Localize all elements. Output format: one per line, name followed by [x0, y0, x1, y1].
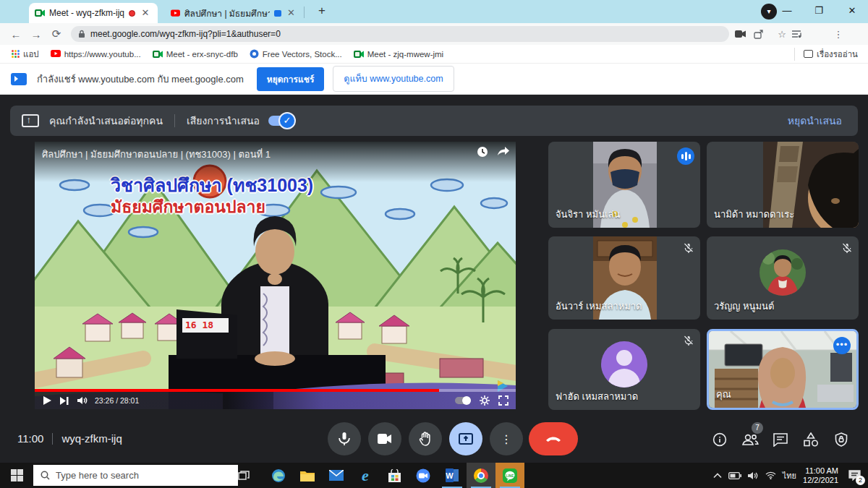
tab-close-icon[interactable]: ✕ [286, 7, 297, 19]
windows-taskbar: Type here to search e W [0, 463, 868, 488]
start-button[interactable] [0, 463, 33, 488]
address-bar[interactable]: meet.google.com/wyq-zfkm-ijq?pli=1&authu… [71, 26, 729, 42]
view-tab-button[interactable]: ดูแท็บ www.youtube.com [333, 66, 454, 92]
browser-menu-icon[interactable]: ⋮ [829, 29, 848, 40]
more-options-button[interactable]: ⋮ [490, 422, 523, 455]
play-button[interactable] [43, 396, 51, 405]
language-indicator[interactable]: ไทย [783, 469, 796, 482]
bookmark-youtube[interactable]: https://www.youtub... [51, 50, 141, 59]
taskbar-search-input[interactable]: Type here to search [33, 465, 238, 486]
taskbar-line[interactable]: LINE [495, 463, 524, 488]
meeting-time: 11:00 [17, 432, 43, 445]
audio-speaking-indicator [677, 147, 694, 165]
media-list-icon[interactable] [791, 30, 810, 38]
mic-off-icon [683, 242, 694, 254]
speaker-icon[interactable] [748, 471, 759, 480]
banner-divider [174, 114, 175, 127]
taskbar-store[interactable] [380, 463, 409, 488]
tab-camera-capture-icon[interactable] [735, 30, 754, 38]
participant-tile[interactable]: ฟาฮัด เหมสลาหมาด [548, 329, 700, 410]
participant-name: วรัญญ หนูมนต์ [714, 299, 774, 314]
window-close-button[interactable]: ✕ [838, 0, 867, 22]
back-button[interactable]: ← [6, 28, 26, 40]
window-restore-button[interactable]: ❐ [804, 0, 833, 22]
bookmark-vectors[interactable]: Free Vectors, Stock... [250, 49, 342, 59]
new-tab-button[interactable]: + [312, 4, 331, 18]
participant-tile[interactable]: วรัญญ หนูมนต์ [707, 236, 859, 320]
apps-grid-icon [12, 50, 20, 58]
taskbar-internet-explorer[interactable]: e [351, 463, 380, 488]
bookmark-meet-2[interactable]: Meet - zjq-mwew-jmi [354, 50, 443, 59]
mic-button[interactable] [328, 422, 361, 455]
raise-hand-button[interactable] [409, 422, 442, 455]
video-share-icon[interactable] [497, 146, 510, 156]
participant-name: อันวาร์ เหมสลาหมาด [556, 299, 642, 314]
windows-logo-icon [11, 469, 23, 481]
shared-video-player[interactable]: ศิลปศึกษา | มัธยมศึกษาตอนปลาย | (ทช31003… [35, 142, 516, 409]
settings-gear-icon[interactable] [480, 395, 490, 406]
share-page-icon[interactable] [754, 30, 773, 39]
tab-separator [304, 7, 305, 18]
tray-expand-icon[interactable] [713, 473, 722, 479]
leave-call-button[interactable] [529, 422, 578, 455]
taskbar-chrome[interactable] [467, 463, 495, 488]
browser-tab-strip: Meet - wyq-zfkm-ijq ✕ ศิลปศึกษา | มัธยมศ… [0, 0, 868, 23]
tab-youtube[interactable]: ศิลปศึกษา | มัธยมศึกษาตอนปลา ✕ [165, 3, 302, 23]
next-button[interactable] [60, 397, 69, 405]
self-more-options-button[interactable]: ••• [833, 337, 851, 354]
fullscreen-icon[interactable] [498, 395, 509, 406]
participant-avatar-placeholder [601, 341, 647, 388]
tab-sharing-indicator-icon [274, 10, 281, 17]
taskbar-edge[interactable] [264, 463, 293, 488]
taskbar-word[interactable]: W [438, 463, 467, 488]
task-view-button[interactable] [238, 471, 264, 481]
autoplay-toggle[interactable] [455, 397, 471, 404]
participant-tile[interactable]: นามิด้า หมาดดาเระ [707, 142, 859, 228]
tray-clock[interactable]: 11:00 AM 12/2/2021 [803, 466, 838, 485]
taskbar-mail[interactable] [322, 463, 351, 488]
tab-title: Meet - wyq-zfkm-ijq [49, 8, 124, 18]
wifi-icon[interactable] [765, 471, 776, 479]
taskbar-zoom[interactable] [409, 463, 438, 488]
host-controls-button[interactable] [827, 429, 856, 450]
tab-meet[interactable]: Meet - wyq-zfkm-ijq ✕ [29, 3, 158, 23]
tab-close-icon[interactable]: ✕ [140, 7, 151, 19]
youtube-favicon [171, 9, 180, 17]
participant-name: นามิด้า หมาดดาเระ [714, 207, 794, 222]
camera-button[interactable] [368, 422, 401, 455]
bookmark-star-icon[interactable]: ☆ [773, 29, 791, 40]
watch-later-icon[interactable] [477, 146, 488, 158]
presentation-audio-label: เสียงการนำเสนอ [187, 113, 260, 129]
present-box-icon [22, 114, 39, 127]
battery-icon[interactable] [728, 472, 741, 479]
lock-icon [78, 30, 85, 38]
presentation-audio-toggle[interactable]: ✓ [268, 116, 293, 126]
reload-button[interactable]: ⟳ [46, 27, 67, 40]
mic-off-icon [683, 335, 694, 346]
stop-sharing-button[interactable]: หยุดการแชร์ [257, 67, 325, 91]
participants-button[interactable]: 7 [736, 429, 765, 450]
action-center-button[interactable]: 2 [845, 466, 864, 485]
self-view-tile[interactable]: ••• คุณ [707, 329, 859, 410]
present-now-button[interactable] [449, 422, 482, 455]
bookmark-meet-1[interactable]: Meet - erx-snyc-dfb [153, 50, 238, 59]
presenting-text: คุณกำลังนำเสนอต่อทุกคน [49, 113, 163, 129]
participant-name: จันจิรา หมันเล่น [556, 207, 620, 222]
forward-button[interactable]: → [26, 28, 46, 40]
bookmark-apps[interactable]: แอป [12, 48, 39, 61]
screen: Meet - wyq-zfkm-ijq ✕ ศิลปศึกษา | มัธยมศ… [0, 0, 868, 488]
chat-button[interactable] [766, 429, 795, 450]
reading-list-icon [804, 50, 813, 58]
stop-presenting-button[interactable]: หยุดนำเสนอ [788, 113, 842, 129]
search-icon [41, 471, 50, 480]
meeting-details-button[interactable] [705, 429, 734, 450]
activities-button[interactable] [796, 429, 825, 450]
reading-list-button[interactable]: เรื่องรออ่าน [794, 48, 858, 61]
taskbar-file-explorer[interactable] [293, 463, 322, 488]
participant-tile[interactable]: จันจิรา หมันเล่น [548, 142, 700, 228]
volume-icon[interactable] [77, 396, 88, 405]
participant-tile[interactable]: อันวาร์ เหมสลาหมาด [548, 236, 700, 320]
window-minimize-button[interactable]: — [773, 0, 801, 22]
bookmarks-bar: แอป https://www.youtub... Meet - erx-sny… [0, 45, 868, 64]
studio-clock: 16 18 [185, 320, 213, 330]
